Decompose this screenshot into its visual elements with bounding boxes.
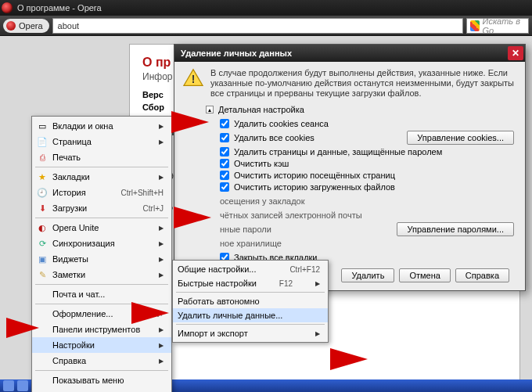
sync-icon: ⟳ [37, 238, 48, 249]
tabs-icon: ▭ [37, 120, 48, 131]
submenu-delete-private[interactable]: Удалить личные данные... [173, 308, 328, 322]
opera-menu-label: Opera [19, 21, 43, 31]
opera-logo-icon [2, 2, 13, 13]
checkbox[interactable] [220, 119, 229, 128]
menu-show-menu[interactable]: Показывать меню [32, 372, 171, 388]
address-text: about [58, 21, 80, 31]
warning-text: В случае продолжения будут выполнены дей… [210, 68, 517, 99]
check-clear-cache[interactable]: Очистить кэш [220, 159, 517, 168]
check-session-cookies[interactable]: Удалить cookies сеанса [220, 119, 517, 128]
menu-separator [35, 284, 168, 285]
blank-icon [37, 340, 48, 351]
unite-icon: ◐ [37, 222, 48, 233]
browser-toolbar: Opera about Искать в Go [0, 16, 532, 36]
opera-menu-button[interactable]: Opera [3, 19, 49, 33]
window-title: О программе - Opera [17, 3, 102, 13]
blank-icon [37, 355, 48, 366]
checkbox[interactable] [220, 133, 229, 142]
menu-unite[interactable]: ◐Opera Unite [32, 220, 171, 236]
menu-separator [35, 167, 168, 167]
dialog-titlebar[interactable]: Удаление личных данных ✕ [174, 45, 525, 62]
checkbox[interactable] [220, 182, 229, 192]
window-titlebar: О программе - Opera [0, 0, 532, 16]
taskbar-icon[interactable] [3, 380, 14, 391]
cancel-button[interactable]: Отмена [399, 268, 450, 282]
menu-widgets[interactable]: ▣Виджеты [32, 251, 171, 267]
check-protected-pages[interactable]: Удалить страницы и данные, защищённые па… [220, 147, 517, 156]
partial-row-4: ное хранилище [220, 236, 517, 250]
submenu-import-export[interactable]: Импорт и экспорт [173, 326, 328, 340]
delete-button[interactable]: Удалить [341, 268, 394, 282]
checkbox[interactable] [220, 159, 229, 168]
menu-exit[interactable]: Выход [32, 388, 171, 392]
blank-icon [37, 324, 48, 335]
submenu-quick[interactable]: Быстрые настройкиF12 [173, 276, 328, 290]
svg-text:!: ! [192, 74, 196, 85]
search-placeholder: Искать в Go [483, 16, 525, 35]
menu-page[interactable]: 📄Страница [32, 134, 171, 149]
menu-tabs-windows[interactable]: ▭Вкладки и окна [32, 118, 171, 134]
manage-cookies-button[interactable]: Управление cookies... [407, 131, 514, 145]
help-button[interactable]: Справка [455, 268, 509, 282]
opera-main-menu: ▭Вкладки и окна 📄Страница ⎙Печать ★Закла… [31, 116, 172, 392]
google-icon [470, 20, 480, 31]
menu-separator [35, 218, 168, 218]
blank-icon [37, 289, 48, 300]
manage-passwords-button[interactable]: Управление паролями... [397, 222, 514, 236]
collapse-icon: ▴ [206, 106, 214, 113]
partial-row-3: нные пароли [220, 222, 397, 236]
menu-mail[interactable]: Почта и чат... [32, 286, 171, 302]
menu-separator [176, 324, 325, 325]
menu-separator [176, 292, 325, 293]
menu-help[interactable]: Справка [32, 353, 171, 369]
partial-row-1: осещения у закладок [220, 194, 517, 208]
taskbar-icon[interactable] [17, 380, 28, 391]
menu-bookmarks[interactable]: ★Закладки [32, 169, 171, 185]
print-icon: ⎙ [37, 152, 48, 163]
menu-sync[interactable]: ⟳Синхронизация [32, 236, 171, 251]
dialog-title-text: Удаление личных данных [181, 49, 292, 58]
address-bar[interactable]: about [52, 18, 463, 34]
menu-downloads[interactable]: ⬇ЗагрузкиCtrl+J [32, 200, 171, 216]
menu-print[interactable]: ⎙Печать [32, 149, 171, 165]
submenu-general[interactable]: Общие настройки...Ctrl+F12 [173, 262, 328, 276]
checkbox[interactable] [220, 147, 229, 156]
submenu-offline[interactable]: Работать автономно [173, 294, 328, 308]
star-icon: ★ [37, 171, 48, 182]
menu-separator [35, 304, 168, 304]
page-icon: 📄 [37, 136, 48, 147]
check-clear-downloads[interactable]: Очистить историю загруженных файлов [220, 182, 517, 192]
download-icon: ⬇ [37, 203, 48, 214]
detail-toggle[interactable]: ▴ Детальная настройка [206, 105, 517, 114]
notes-icon: ✎ [37, 269, 48, 280]
menu-history[interactable]: 🕘ИсторияCtrl+Shift+H [32, 185, 171, 200]
partial-row-2: чётных записей электронной почты [220, 208, 517, 222]
menu-notes[interactable]: ✎Заметки [32, 267, 171, 282]
checkbox[interactable] [220, 171, 229, 180]
blank-icon [37, 375, 48, 386]
clock-icon: 🕘 [37, 187, 48, 198]
widgets-icon: ▣ [37, 254, 48, 264]
detail-toggle-label: Детальная настройка [218, 105, 304, 114]
opera-logo-icon [6, 21, 16, 31]
menu-settings[interactable]: Настройки [32, 337, 171, 353]
check-clear-history[interactable]: Очистить историю посещённых страниц [220, 171, 517, 180]
warning-icon: ! [182, 68, 204, 87]
blank-icon [37, 308, 48, 319]
menu-toolbars[interactable]: Панели инструментов [32, 322, 171, 337]
settings-submenu: Общие настройки...Ctrl+F12 Быстрые настр… [172, 260, 329, 343]
delete-private-data-dialog: Удаление личных данных ✕ ! В случае прод… [174, 44, 526, 291]
check-all-cookies[interactable]: Удалить все cookies [220, 133, 407, 142]
menu-appearance[interactable]: Оформление...Shift+ [32, 306, 171, 322]
search-box[interactable]: Искать в Go [466, 18, 529, 34]
close-button[interactable]: ✕ [508, 46, 523, 60]
menu-separator [35, 370, 168, 371]
